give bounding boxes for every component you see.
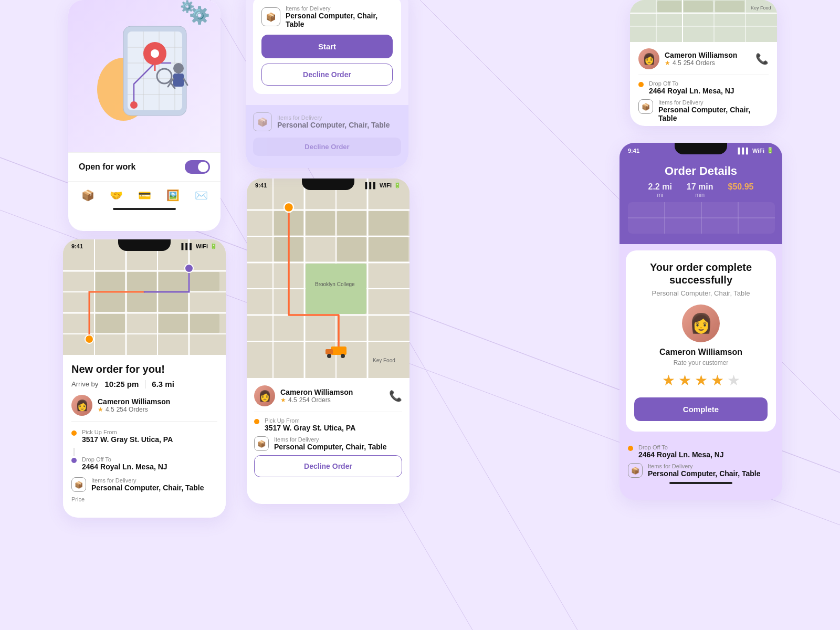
rating-row-card4: ★ 4.5 254 Orders (98, 406, 170, 413)
wifi-icon: WiFi (196, 243, 208, 249)
star-icon: ★ (665, 59, 670, 67)
nav-image-icon[interactable]: 🖼️ (166, 189, 180, 202)
nav-heart-icon[interactable]: 🤝 (110, 189, 123, 202)
items-icon: 📦 (638, 99, 653, 114)
distance-value: 2.2 mi (648, 182, 672, 192)
battery-icon: 🔋 (210, 243, 217, 249)
svg-rect-50 (159, 293, 188, 312)
svg-rect-80 (326, 349, 333, 354)
pickup-address: 3517 W. Gray St. Utica, PA (82, 435, 173, 444)
svg-point-55 (85, 335, 93, 343)
price-stat: $50.95 (728, 182, 754, 198)
box-icon: 📦 (261, 7, 280, 26)
nav-money-icon[interactable]: 💳 (138, 189, 151, 202)
price-label-card4: Price (71, 496, 217, 502)
star-5[interactable]: ★ (727, 372, 740, 389)
svg-rect-53 (159, 314, 188, 333)
notch (118, 239, 171, 251)
open-for-work-toggle[interactable] (185, 160, 210, 174)
signal-icon: ▌▌▌ (181, 243, 193, 249)
items-value: Personal Computer, Chair, Table (658, 106, 769, 122)
svg-rect-20 (173, 74, 184, 87)
mini-map: Key Food (630, 0, 777, 42)
battery-card6: 🔋 (766, 147, 774, 154)
card-order-complete: 9:41 ▌▌▌ WiFi 🔋 Order Details 2.2 mi mi … (620, 143, 782, 500)
rate-label: Rate your customer (634, 359, 768, 366)
star-4[interactable]: ★ (711, 372, 724, 389)
pickup-label: Pick Up From (82, 429, 173, 435)
svg-point-16 (151, 49, 159, 58)
status-time-card6: 9:41 (628, 148, 639, 154)
card-illustration: ⚙️ ⚙️ (68, 0, 220, 231)
map-card4: 9:41 ▌▌▌ WiFi 🔋 (63, 239, 226, 355)
svg-text:Brooklyn College: Brooklyn College (315, 281, 355, 287)
nav-mail-icon[interactable]: ✉️ (195, 189, 208, 202)
svg-rect-69 (306, 211, 335, 235)
star-1[interactable]: ★ (662, 372, 675, 389)
svg-rect-71 (369, 211, 408, 235)
decline-button[interactable]: Decline Order (261, 64, 393, 86)
status-time: 9:41 (71, 243, 83, 249)
route-connector (74, 448, 75, 456)
delivery-items-row: 📦 Items for Delivery Personal Computer, … (261, 5, 393, 28)
time-value: 17 min (687, 182, 713, 192)
courier-name-card6: Cameron Williamson (634, 348, 768, 357)
complete-title: Your order complete successfully (634, 261, 768, 286)
status-time-card5: 9:41 (255, 182, 267, 188)
notch-card6 (675, 143, 727, 154)
divider (145, 380, 145, 388)
items-value: Personal Computer, Chair, Table (286, 12, 393, 28)
items-row-card4: 📦 Items for Delivery Personal Computer, … (71, 477, 217, 492)
star-3[interactable]: ★ (695, 372, 708, 389)
svg-rect-51 (190, 272, 219, 291)
svg-rect-75 (306, 264, 366, 314)
start-button[interactable]: Start (261, 35, 393, 58)
orders-count: 254 Orders (684, 59, 715, 67)
rating-row-card5: ★ 4.5 254 Orders (280, 396, 353, 404)
rating-card4: 4.5 (106, 406, 114, 413)
nav-box-icon[interactable]: 📦 (81, 189, 94, 202)
svg-rect-45 (96, 272, 125, 291)
map-illustration (87, 16, 202, 136)
rating-row: ★ 4.5 254 Orders (665, 59, 737, 67)
items-value-bg: Personal Computer, Chair, Table (277, 121, 390, 129)
card6-bottom-info: Drop Off To 2464 Royal Ln. Mesa, NJ 📦 It… (620, 438, 782, 494)
complete-card: Your order complete successfully Persona… (626, 250, 776, 432)
notch-card5 (302, 178, 354, 190)
phone-icon-card5[interactable]: 📞 (389, 390, 402, 402)
items-label-bg: Items for Delivery (277, 114, 390, 121)
items-label-card5: Items for Delivery (274, 436, 386, 443)
card-delivery-route: 9:41 ▌▌▌ WiFi 🔋 (247, 178, 410, 504)
items-row-card6: 📦 Items for Delivery Personal Computer, … (628, 463, 774, 478)
items-icon-card4: 📦 (71, 477, 86, 492)
courier-details: 👩 Cameron Williamson ★ 4.5 254 Orders 📞 … (630, 42, 777, 126)
distance: 6.3 mi (152, 380, 174, 388)
svg-rect-32 (657, 1, 681, 12)
svg-rect-70 (337, 211, 366, 235)
distance-stat: 2.2 mi mi (648, 182, 672, 198)
courier-name-card5: Cameron Williamson (280, 388, 353, 396)
complete-button[interactable]: Complete (634, 397, 768, 421)
time-unit: min (687, 192, 713, 198)
signal-card6: ▌▌▌ (738, 148, 750, 154)
bottom-navigation: 📦 🤝 💳 🖼️ ✉️ (68, 181, 220, 206)
star-2[interactable]: ★ (678, 372, 691, 389)
card-order-start: 📦 Items for Delivery Personal Computer, … (246, 0, 408, 168)
star-card5: ★ (280, 396, 286, 404)
phone-call-icon[interactable]: 📞 (755, 52, 769, 65)
order-details-header: Order Details 2.2 mi mi 17 min min $50.9… (620, 156, 782, 244)
svg-rect-74 (369, 237, 408, 261)
svg-point-82 (341, 354, 345, 358)
illustration-area: ⚙️ ⚙️ (68, 0, 220, 152)
svg-rect-73 (337, 237, 366, 261)
items-icon-card5: 📦 (254, 436, 269, 451)
courier-row: 👩 Cameron Williamson ★ 4.5 254 Orders 📞 (638, 48, 769, 75)
items-value-card4: Personal Computer, Chair, Table (91, 484, 204, 492)
pickup-dot-card5 (254, 419, 259, 424)
decline-btn-card5[interactable]: Decline Order (254, 455, 402, 477)
svg-rect-79 (331, 346, 346, 355)
battery-card5: 🔋 (394, 182, 401, 188)
items-icon-card6: 📦 (628, 463, 643, 478)
svg-rect-33 (684, 1, 713, 12)
rating-stars[interactable]: ★ ★ ★ ★ ★ (634, 372, 768, 389)
